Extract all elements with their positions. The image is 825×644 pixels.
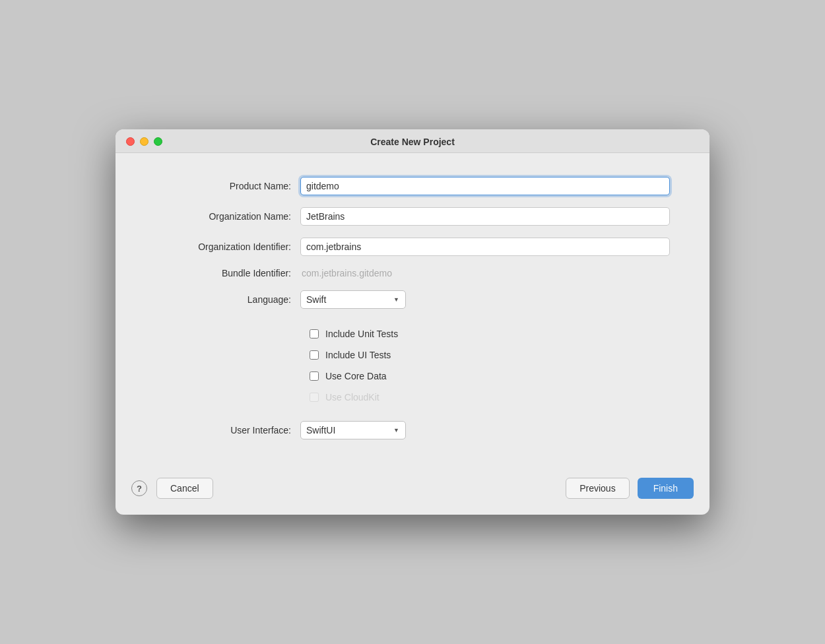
user-interface-label: User Interface: — [155, 425, 300, 435]
ui-tests-row: Include UI Tests — [155, 350, 670, 360]
ui-tests-checkbox[interactable] — [310, 350, 319, 360]
language-row: Language: Swift Objective-C — [155, 290, 670, 309]
unit-tests-row: Include Unit Tests — [155, 329, 670, 339]
organization-name-label: Organization Name: — [155, 211, 300, 222]
help-button[interactable]: ? — [131, 480, 147, 496]
cloudkit-label: Use CloudKit — [325, 392, 380, 402]
close-button[interactable] — [126, 137, 135, 146]
traffic-lights — [126, 137, 162, 146]
footer-right: Previous Finish — [566, 478, 694, 499]
bundle-identifier-row: Bundle Identifier: com.jetbrains.gitdemo — [155, 268, 670, 278]
user-interface-row: User Interface: SwiftUI Storyboard — [155, 421, 670, 439]
footer: ? Cancel Previous Finish — [116, 467, 710, 515]
previous-button[interactable]: Previous — [566, 478, 629, 499]
unit-tests-label: Include Unit Tests — [325, 329, 398, 339]
user-interface-select[interactable]: SwiftUI Storyboard — [300, 421, 406, 439]
language-label: Language: — [155, 294, 300, 305]
product-name-label: Product Name: — [155, 181, 300, 191]
core-data-checkbox[interactable] — [310, 371, 319, 381]
organization-identifier-row: Organization Identifier: — [155, 238, 670, 256]
ui-tests-label: Include UI Tests — [325, 350, 391, 360]
language-select-wrapper: Swift Objective-C — [300, 290, 406, 309]
user-interface-select-wrapper: SwiftUI Storyboard — [300, 421, 406, 439]
cloudkit-checkbox — [310, 393, 319, 402]
footer-left: ? Cancel — [131, 478, 213, 499]
cancel-button[interactable]: Cancel — [156, 478, 213, 499]
unit-tests-checkbox[interactable] — [310, 329, 319, 338]
dialog-window: Create New Project Product Name: Organiz… — [116, 129, 710, 515]
finish-button[interactable]: Finish — [638, 478, 694, 499]
organization-name-input[interactable] — [300, 207, 670, 226]
organization-identifier-label: Organization Identifier: — [155, 242, 300, 252]
maximize-button[interactable] — [154, 137, 162, 146]
core-data-label: Use Core Data — [325, 371, 387, 381]
language-select[interactable]: Swift Objective-C — [300, 290, 406, 309]
organization-identifier-input[interactable] — [300, 238, 670, 256]
organization-name-row: Organization Name: — [155, 207, 670, 226]
cloudkit-row: Use CloudKit — [155, 392, 670, 402]
core-data-row: Use Core Data — [155, 371, 670, 381]
dialog-title: Create New Project — [370, 137, 455, 147]
product-name-input[interactable] — [300, 177, 670, 195]
bundle-identifier-value: com.jetbrains.gitdemo — [300, 268, 670, 278]
form-content: Product Name: Organization Name: Organiz… — [116, 153, 710, 467]
titlebar: Create New Project — [116, 129, 710, 153]
minimize-button[interactable] — [140, 137, 148, 146]
bundle-identifier-label: Bundle Identifier: — [155, 268, 300, 278]
product-name-row: Product Name: — [155, 177, 670, 195]
